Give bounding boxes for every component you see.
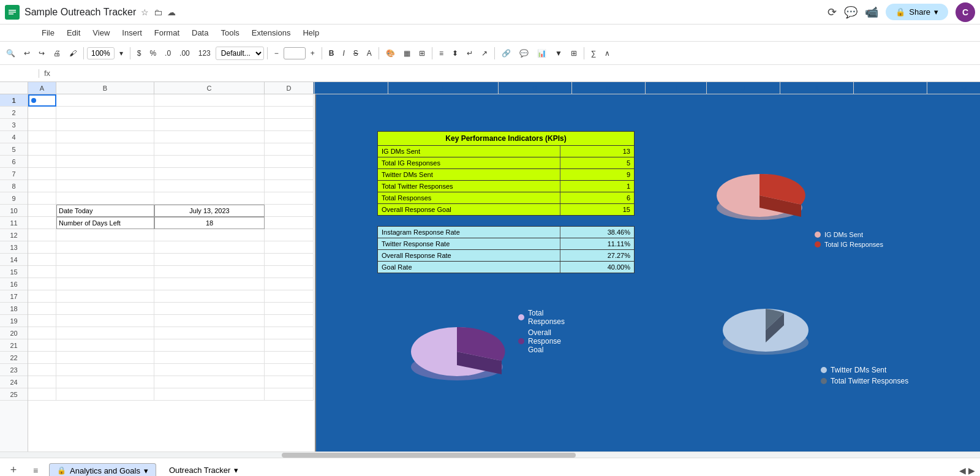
h-align-btn[interactable]: ≡ (435, 47, 447, 60)
row-2[interactable]: 2 (0, 107, 28, 119)
undo-btn[interactable]: ↩ (20, 47, 34, 60)
cell-a3[interactable] (28, 119, 56, 131)
format-123-btn[interactable]: 123 (195, 47, 214, 60)
avatar[interactable]: C (956, 2, 975, 22)
cell-a11[interactable] (28, 217, 56, 229)
strikethrough-btn[interactable]: S (350, 47, 362, 60)
chart-btn[interactable]: 📊 (533, 47, 550, 60)
cell-d11[interactable] (265, 217, 314, 229)
cell-c6[interactable] (154, 156, 265, 168)
cell-reference[interactable]: A1 (2, 69, 39, 78)
font-plus-btn[interactable]: + (307, 47, 318, 60)
cell-b10[interactable]: Date Today (56, 205, 154, 217)
cell-d5[interactable] (265, 143, 314, 156)
menu-extensions[interactable]: Extensions (247, 27, 296, 39)
cell-d6[interactable] (265, 156, 314, 168)
font-select[interactable]: Default... (216, 47, 264, 60)
link-btn[interactable]: 🔗 (498, 47, 514, 60)
col-header-c[interactable]: C (154, 82, 265, 94)
cell-b5[interactable] (56, 143, 154, 156)
menu-format[interactable]: Format (149, 27, 184, 39)
borders-btn[interactable]: ▦ (400, 47, 414, 60)
cell-a6[interactable] (28, 156, 56, 168)
menu-tools[interactable]: Tools (216, 27, 244, 39)
scroll-left-btn[interactable]: ◀ (959, 466, 966, 475)
row-14[interactable]: 14 (0, 254, 28, 266)
decimal-inc-btn[interactable]: .00 (176, 47, 194, 60)
col-header-m[interactable]: M (927, 82, 980, 94)
cell-c5[interactable] (154, 143, 265, 156)
history-icon[interactable]: ⟳ (827, 6, 837, 19)
col-header-f[interactable]: F (388, 82, 499, 94)
row-16[interactable]: 16 (0, 278, 28, 290)
cell-c4[interactable] (154, 131, 265, 143)
font-minus-btn[interactable]: − (271, 47, 282, 60)
tab-analytics-goals[interactable]: 🔒 Analytics and Goals ▾ (49, 463, 156, 477)
decimal-dec-btn[interactable]: .0 (161, 47, 175, 60)
cell-d2[interactable] (265, 107, 314, 119)
cell-a2[interactable] (28, 107, 56, 119)
col-header-j[interactable]: J (707, 82, 780, 94)
row-12[interactable]: 12 (0, 229, 28, 241)
cell-b9[interactable] (56, 192, 154, 205)
rotate-btn[interactable]: ↗ (478, 47, 491, 60)
cell-b3[interactable] (56, 119, 154, 131)
cell-a4[interactable] (28, 131, 56, 143)
cell-d1[interactable] (265, 94, 314, 107)
row-10[interactable]: 10 (0, 205, 28, 217)
row-6[interactable]: 6 (0, 156, 28, 168)
menu-help[interactable]: Help (298, 27, 324, 39)
zoom-display[interactable]: 100% (87, 47, 115, 59)
cell-d8[interactable] (265, 180, 314, 192)
row-21[interactable]: 21 (0, 339, 28, 352)
font-size-input[interactable]: 10 (284, 47, 306, 59)
col-header-a[interactable]: A (28, 82, 56, 94)
cell-c11[interactable]: 18 (154, 217, 265, 229)
cell-b11[interactable]: Number of Days Left (56, 217, 154, 229)
cell-d9[interactable] (265, 192, 314, 205)
row-3[interactable]: 3 (0, 119, 28, 131)
cell-c3[interactable] (154, 119, 265, 131)
cell-a9[interactable] (28, 192, 56, 205)
percent-btn[interactable]: % (146, 47, 160, 60)
cell-b2[interactable] (56, 107, 154, 119)
cell-d7[interactable] (265, 168, 314, 180)
row-25[interactable]: 25 (0, 388, 28, 401)
cell-b4[interactable] (56, 131, 154, 143)
folder-icon[interactable]: 🗀 (154, 7, 162, 17)
cell-d4[interactable] (265, 131, 314, 143)
cell-c2[interactable] (154, 107, 265, 119)
row-8[interactable]: 8 (0, 180, 28, 192)
menu-data[interactable]: Data (187, 27, 213, 39)
scroll-thumb[interactable] (282, 453, 576, 458)
sheet-menu-button[interactable]: ≡ (27, 462, 44, 477)
wrap-btn[interactable]: ↵ (463, 47, 477, 60)
row-5[interactable]: 5 (0, 143, 28, 156)
col-header-h[interactable]: H (572, 82, 646, 94)
cell-a8[interactable] (28, 180, 56, 192)
function-btn[interactable]: ∑ (587, 47, 600, 60)
cell-c8[interactable] (154, 180, 265, 192)
v-align-btn[interactable]: ⬍ (448, 47, 462, 60)
fill-color-btn[interactable]: 🎨 (382, 47, 399, 60)
cell-c1[interactable] (154, 94, 265, 107)
row-20[interactable]: 20 (0, 327, 28, 339)
filter-btn[interactable]: ▼ (551, 47, 566, 60)
video-icon[interactable]: 📹 (865, 6, 878, 19)
row-9[interactable]: 9 (0, 192, 28, 205)
cell-c7[interactable] (154, 168, 265, 180)
menu-file[interactable]: File (37, 27, 59, 39)
cell-c9[interactable] (154, 192, 265, 205)
row-23[interactable]: 23 (0, 364, 28, 376)
print-btn[interactable]: 🖨 (50, 47, 64, 60)
row-18[interactable]: 18 (0, 303, 28, 315)
add-sheet-button[interactable]: + (5, 462, 22, 477)
comment-btn[interactable]: 💬 (516, 47, 532, 60)
currency-btn[interactable]: $ (134, 47, 145, 60)
formula-bar[interactable] (55, 69, 978, 78)
comments-icon[interactable]: 💬 (844, 6, 858, 19)
row-13[interactable]: 13 (0, 241, 28, 254)
col-header-i[interactable]: I (646, 82, 707, 94)
col-header-l[interactable]: L (854, 82, 927, 94)
star-icon[interactable]: ☆ (141, 7, 149, 17)
